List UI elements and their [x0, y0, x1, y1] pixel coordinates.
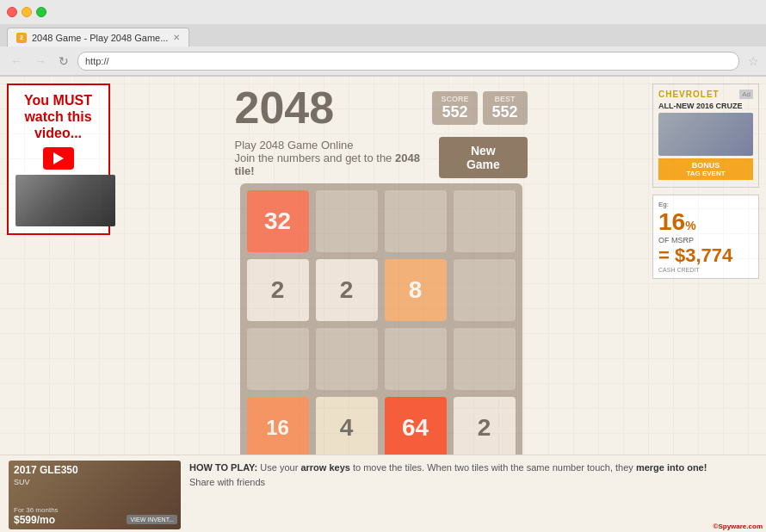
url-text: http:// — [85, 56, 109, 66]
chevrolet-ad[interactable]: CHEVROLET Ad ALL-NEW 2016 CRUZE BONUS TA… — [652, 84, 759, 188]
bottom-area: 2017 GLE350 SUV $599/mo For 36 months VI… — [0, 455, 766, 532]
tile-8: 8 — [385, 259, 447, 321]
nav-bar: ← → ↻ http:// ☆ — [0, 46, 766, 76]
tile-empty — [454, 328, 516, 390]
tile-empty — [316, 328, 378, 390]
chevrolet-car-image — [658, 113, 753, 156]
game-title: 2048 — [235, 82, 335, 133]
game-header: 2048 SCORE 552 BEST 552 — [235, 77, 528, 137]
game-board[interactable]: 32 2 2 8 16 4 64 2 — [240, 183, 522, 466]
tile-empty — [385, 328, 447, 390]
bottom-car-price-detail: For 36 months — [14, 506, 59, 514]
best-box: BEST 552 — [483, 91, 528, 125]
favicon: 2 — [16, 33, 27, 43]
tile-2-bottom: 2 — [454, 397, 516, 459]
merge-text: merge into one! — [636, 462, 707, 473]
tab-title: 2048 Game - Play 2048 Game... — [32, 33, 168, 43]
browser-chrome: 2 2048 Game - Play 2048 Game... ✕ ← → ↻ … — [0, 0, 766, 77]
minimize-button[interactable] — [22, 7, 32, 17]
tile-32: 32 — [247, 190, 309, 252]
ad-car-image — [15, 175, 115, 226]
bottom-car-price: $599/mo — [14, 514, 55, 526]
how-to-play-text: Use your — [260, 462, 300, 473]
view-inventory-button[interactable]: VIEW INVENT... — [127, 515, 177, 524]
tile-empty — [316, 190, 378, 252]
title-bar — [0, 0, 766, 24]
score-boxes: SCORE 552 BEST 552 — [432, 91, 527, 125]
score-value: 552 — [441, 103, 468, 121]
ad-badge: Ad — [739, 90, 753, 99]
tile-4: 4 — [316, 397, 378, 459]
bottom-car-type: SUV — [14, 478, 30, 486]
traffic-lights — [7, 7, 46, 17]
how-to-play-section: HOW TO PLAY: Use your arrow keys to move… — [189, 461, 757, 527]
chevrolet-model: ALL-NEW 2016 CRUZE — [658, 102, 753, 110]
tile-64: 64 — [385, 397, 447, 459]
browser-tab[interactable]: 2 2048 Game - Play 2048 Game... ✕ — [7, 28, 189, 46]
score-label: SCORE — [441, 95, 468, 103]
subtitle-line2: Join the numbers and get to the 2048 til… — [235, 152, 440, 177]
subtitle-line1: Play 2048 Game Online — [235, 139, 440, 152]
url-bar[interactable]: http:// — [77, 52, 739, 71]
back-button[interactable]: ← — [7, 53, 26, 70]
best-value: 552 — [491, 103, 519, 121]
new-game-button[interactable]: New Game — [439, 137, 527, 178]
bottom-car-model: 2017 GLE350 — [14, 464, 78, 476]
msrp-percent: 16 — [658, 208, 685, 235]
tab-close-icon[interactable]: ✕ — [173, 33, 180, 42]
subtitle-pre: Join the numbers and get to the — [235, 152, 395, 164]
msrp-ad[interactable]: Eg: 16% OF MSRP = $3,774 CASH CREDIT — [652, 195, 759, 279]
msrp-eg: Eg: — [658, 201, 753, 208]
msrp-footer: CASH CREDIT — [658, 267, 753, 273]
watermark: ©Spyware.com — [713, 523, 763, 530]
how-to-play-text2: to move the tiles. When two tiles with t… — [353, 462, 636, 473]
ad-headline: You MUST watch this video... — [15, 92, 102, 142]
msrp-amount: = $3,774 — [658, 244, 753, 267]
tile-empty — [454, 259, 516, 321]
tile-empty — [247, 328, 309, 390]
best-label: BEST — [491, 95, 519, 103]
maximize-button[interactable] — [36, 7, 46, 17]
bonus-line1: BONUS — [664, 161, 748, 170]
share-partial: Share with friends — [189, 477, 265, 487]
refresh-button[interactable]: ↻ — [55, 53, 72, 70]
bonus-tag: BONUS TAG EVENT — [658, 158, 753, 180]
tab-bar: 2 2048 Game - Play 2048 Game... ✕ — [0, 24, 766, 46]
bonus-line2: TAG EVENT — [664, 170, 748, 177]
left-ad-box[interactable]: You MUST watch this video... — [7, 84, 110, 235]
close-button[interactable] — [7, 7, 17, 17]
bookmark-icon[interactable]: ☆ — [748, 54, 759, 68]
arrow-keys-text: arrow keys — [300, 462, 349, 473]
game-subtitle-row: Play 2048 Game Online Join the numbers a… — [235, 137, 528, 178]
how-to-play-heading: HOW TO PLAY: — [189, 462, 257, 473]
youtube-play-button[interactable] — [43, 147, 74, 170]
subtitle-text: Play 2048 Game Online Join the numbers a… — [235, 139, 440, 177]
tile-empty — [385, 190, 447, 252]
forward-button[interactable]: → — [31, 53, 50, 70]
tile-16: 16 — [247, 397, 309, 459]
tile-empty — [454, 190, 516, 252]
msrp-percent-row: 16% — [658, 208, 753, 236]
chevrolet-brand: CHEVROLET — [658, 90, 720, 99]
chevrolet-header: CHEVROLET Ad — [658, 90, 753, 99]
tile-2: 2 — [247, 259, 309, 321]
tile-2: 2 — [316, 259, 378, 321]
bottom-car-advertisement[interactable]: 2017 GLE350 SUV $599/mo For 36 months VI… — [9, 461, 181, 529]
msrp-percent-sign: % — [685, 219, 695, 232]
score-box: SCORE 552 — [432, 91, 477, 125]
msrp-of-label: OF MSRP — [658, 236, 753, 244]
